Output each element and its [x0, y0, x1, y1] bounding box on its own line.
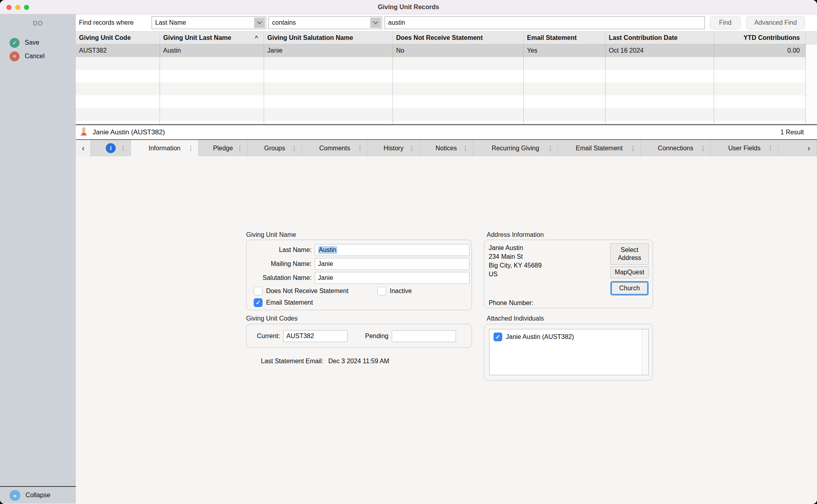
tab-scroll-left-button[interactable]: ‹	[76, 140, 91, 156]
search-operator-dropdown[interactable]: contains	[268, 16, 382, 29]
cell-does-not-receive-statement: No	[393, 44, 523, 57]
record-header: Janie Austin (AUST382) 1 Result	[76, 125, 817, 139]
phone-number-label: Phone Number:	[489, 299, 533, 307]
tab-user-fields[interactable]: User Fields ⋮	[711, 140, 778, 156]
search-field-dropdown[interactable]: Last Name	[152, 16, 266, 29]
tab-menu-dots-icon[interactable]: ⋮	[768, 145, 774, 152]
close-window-button[interactable]	[6, 5, 12, 10]
table-row-empty	[76, 95, 817, 108]
chevron-down-icon[interactable]	[370, 18, 381, 28]
chevron-down-icon[interactable]	[254, 18, 265, 28]
zoom-window-button[interactable]	[24, 5, 29, 10]
current-code-input[interactable]: AUST382	[283, 330, 347, 342]
salutation-name-label: Salutation Name:	[247, 274, 312, 282]
does-not-receive-statement-checkbox[interactable]	[254, 287, 262, 295]
tab-comments[interactable]: Comments ⋮	[302, 140, 368, 156]
last-name-label: Last Name:	[247, 246, 312, 254]
traffic-lights	[6, 0, 29, 14]
tab-groups[interactable]: Groups ⋮	[248, 140, 302, 156]
last-statement-email-row: Last Statement Email: Dec 3 2024 11:59 A…	[261, 358, 389, 365]
table-row-empty	[76, 83, 817, 95]
address-country-line: US	[489, 270, 542, 279]
column-header-giving-unit-code[interactable]: Giving Unit Code	[76, 32, 160, 44]
salutation-name-input[interactable]: Janie	[315, 272, 470, 284]
last-name-input[interactable]: Austin	[315, 244, 470, 256]
cell-ytd-contributions: 0.00	[714, 44, 805, 57]
save-button[interactable]: ✓ Save	[0, 36, 76, 49]
content-area: Find records where Last Name contains au…	[76, 14, 817, 504]
table-row-empty	[76, 121, 817, 124]
column-header-does-not-receive-statement[interactable]: Does Not Receive Statement	[393, 32, 523, 44]
tab-notices[interactable]: Notices ⋮	[420, 140, 473, 156]
giving-unit-name-section-title: Giving Unit Name	[246, 231, 296, 238]
tab-recurring-giving[interactable]: Recurring Giving ⋮	[473, 140, 558, 156]
cancel-button[interactable]: × Cancel	[0, 49, 76, 63]
column-header-giving-unit-salutation-name[interactable]: Giving Unit Salutation Name	[264, 32, 393, 44]
email-statement-checkbox[interactable]: ✓	[254, 298, 262, 307]
collapse-label: Collapse	[26, 492, 50, 499]
tab-menu-dots-icon[interactable]: ⋮	[547, 145, 553, 152]
inactive-checkbox[interactable]	[377, 287, 386, 295]
giving-unit-codes-section-title: Giving Unit Codes	[246, 315, 298, 322]
search-operator-value: contains	[269, 19, 369, 26]
tab-email-statement[interactable]: Email Statement ⋮	[558, 140, 641, 156]
minimize-window-button[interactable]	[15, 5, 20, 10]
does-not-receive-statement-label: Does Not Receive Statement	[266, 287, 348, 295]
column-header-email-statement[interactable]: Email Statement	[523, 32, 605, 44]
email-statement-label: Email Statement	[266, 299, 313, 306]
find-button[interactable]: Find	[710, 16, 741, 30]
sidebar: DO ✓ Save × Cancel « Collapse	[0, 14, 76, 504]
search-query-value: austin	[388, 19, 405, 26]
cancel-x-icon: ×	[10, 51, 20, 61]
address-name-line: Janie Austin	[489, 244, 542, 252]
collapse-sidebar-button[interactable]: « Collapse	[0, 487, 76, 504]
attached-individual-row[interactable]: ✓ Janie Austin (AUST382)	[489, 329, 648, 341]
tab-bar: ‹ i ⋮ Information ⋮ Pledge ⋮ Groups ⋮	[76, 139, 817, 156]
column-header-last-contribution-date[interactable]: Last Contribution Date	[605, 32, 714, 44]
list-scrollbar-track[interactable]	[642, 329, 648, 375]
app-window: Giving Unit Records DO ✓ Save × Cancel «…	[0, 0, 817, 504]
tab-menu-dots-icon[interactable]: ⋮	[120, 145, 126, 152]
tab-menu-dots-icon[interactable]: ⋮	[188, 145, 194, 152]
attached-individual-checkbox[interactable]: ✓	[493, 333, 502, 341]
title-bar: Giving Unit Records	[0, 0, 817, 14]
tab-connections[interactable]: Connections ⋮	[641, 140, 711, 156]
tab-menu-dots-icon[interactable]: ⋮	[700, 145, 706, 152]
giving-unit-codes-section: Current: AUST382 Pending	[246, 324, 472, 348]
tab-history[interactable]: History ⋮	[368, 140, 420, 156]
last-statement-email-value: Dec 3 2024 11:59 AM	[328, 358, 389, 364]
table-row-empty	[76, 108, 817, 121]
advanced-find-button[interactable]: Advanced Find	[746, 16, 805, 30]
find-records-label: Find records where	[79, 19, 152, 26]
mapquest-button[interactable]: MapQuest	[610, 266, 649, 278]
result-count: 1 Result	[780, 129, 804, 136]
address-street-line: 234 Main St	[489, 252, 542, 261]
results-table: Giving Unit Code Giving Unit Last Name ^…	[76, 31, 817, 124]
pending-code-input[interactable]	[392, 330, 456, 342]
info-icon: i	[106, 143, 116, 153]
attached-individuals-section: ✓ Janie Austin (AUST382)	[484, 324, 653, 380]
tab-menu-dots-icon[interactable]: ⋮	[409, 145, 415, 152]
tab-menu-dots-icon[interactable]: ⋮	[630, 145, 636, 152]
tab-information[interactable]: Information ⋮	[131, 140, 199, 156]
address-information-section: Janie Austin 234 Main St Big City, KY 45…	[484, 240, 653, 308]
chevron-left-icon: ‹	[82, 144, 85, 153]
tab-menu-dots-icon[interactable]: ⋮	[237, 145, 243, 152]
save-label: Save	[25, 39, 39, 46]
search-query-input[interactable]: austin	[385, 16, 705, 29]
tab-info[interactable]: i ⋮	[91, 140, 131, 156]
tab-menu-dots-icon[interactable]: ⋮	[291, 145, 297, 152]
table-row-selected[interactable]: AUST382 Austin Janie No Yes Oct 16 2024 …	[76, 44, 817, 57]
inactive-label: Inactive	[390, 287, 412, 295]
tab-menu-dots-icon[interactable]: ⋮	[357, 145, 363, 152]
column-header-ytd-contributions[interactable]: YTD Contributions	[714, 32, 805, 44]
mailing-name-input[interactable]: Janie	[315, 258, 470, 270]
table-row-empty	[76, 57, 817, 70]
tab-menu-dots-icon[interactable]: ⋮	[462, 145, 468, 152]
tab-pledge[interactable]: Pledge ⋮	[199, 140, 248, 156]
column-header-giving-unit-last-name[interactable]: Giving Unit Last Name ^	[160, 32, 264, 44]
search-field-value: Last Name	[152, 19, 253, 26]
church-button[interactable]: Church	[612, 282, 647, 294]
tab-scroll-right-button[interactable]: ›	[801, 140, 817, 156]
select-address-button[interactable]: Select Address	[610, 243, 649, 265]
